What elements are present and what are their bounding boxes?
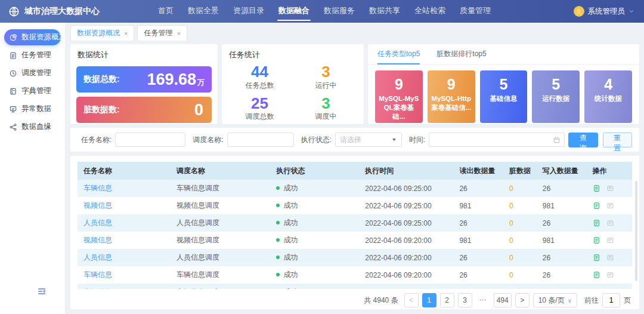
record-icon[interactable] — [606, 236, 614, 244]
schedule-name-cell: 人员信息调度 — [172, 218, 271, 228]
task-stat: 3 调度中 — [293, 95, 359, 122]
task-name-link[interactable]: 车辆信息 — [78, 287, 172, 289]
caret-down-icon: ∨ — [568, 297, 572, 304]
top5-tile-value: 9 — [428, 75, 475, 93]
top5-tile-label: 统计数据 — [584, 93, 632, 103]
page-tab[interactable]: 数据资源概况 × — [70, 25, 134, 41]
exec-time-cell: 2022-04-06 09:25:00 — [360, 184, 454, 193]
col-operation: 操作 — [588, 166, 632, 176]
nav-item-label: 数据全景 — [188, 6, 219, 15]
page-tab[interactable]: 任务管理 × — [137, 25, 187, 41]
top5-tab[interactable]: 任务类型top5 — [377, 49, 420, 64]
dirty-count-cell: 0 — [504, 202, 538, 210]
sidebar-item-label: 数据血缘 — [21, 122, 51, 132]
schedule-name-cell: 人员信息调度 — [172, 253, 271, 263]
task-name-link[interactable]: 人员信息 — [78, 253, 172, 263]
nav-item[interactable]: 数据融合 — [271, 0, 317, 23]
globe-icon — [8, 6, 20, 17]
exec-status-select[interactable]: 请选择 — [335, 133, 402, 147]
search-button[interactable]: 查询 — [568, 133, 597, 147]
log-icon[interactable] — [593, 288, 600, 289]
nav-item[interactable]: 质量管理 — [453, 0, 498, 23]
top5-tab[interactable]: 脏数据排行top5 — [436, 49, 486, 64]
page-number-button[interactable]: 3 — [458, 293, 472, 307]
tab-close-icon[interactable]: × — [124, 30, 128, 37]
nav-item-label: 全站检索 — [414, 6, 445, 15]
nav-item[interactable]: 数据服务 — [317, 0, 362, 23]
status-dot — [276, 186, 280, 190]
nav-item[interactable]: 全站检索 — [407, 0, 453, 23]
task-name-link[interactable]: 人员信息 — [78, 218, 172, 228]
log-icon[interactable] — [593, 184, 600, 192]
read-count-cell: 26 — [454, 271, 504, 279]
select-caret-icon — [391, 137, 397, 143]
app-title: 城市治理大数据中心 — [24, 6, 100, 17]
task-name-link[interactable]: 视频信息 — [78, 235, 172, 245]
nav-item[interactable]: 数据全景 — [181, 0, 226, 23]
sidebar-item[interactable]: 异常数据 — [4, 101, 61, 117]
filter-bar: 任务名称: 调度名称: 执行状态: 请选择 时间: 查询 重置 — [70, 128, 639, 152]
exec-time-cell: 2022-04-06 09:25:00 — [360, 202, 454, 210]
dirty-count-cell: 0 — [504, 236, 538, 245]
write-count-cell: 26 — [538, 184, 588, 193]
log-icon[interactable] — [593, 202, 600, 210]
nav-item[interactable]: 资源目录 — [226, 0, 271, 23]
log-icon[interactable] — [593, 271, 600, 279]
nav-item-label: 质量管理 — [460, 6, 491, 15]
tab-close-icon[interactable]: × — [177, 30, 180, 37]
prev-page-button[interactable]: < — [404, 293, 419, 307]
record-icon[interactable] — [606, 271, 614, 279]
sidebar-item[interactable]: 任务管理 — [4, 47, 61, 63]
top5-tile-label: 运行数据 — [532, 93, 580, 103]
page-number-button[interactable]: ··· — [476, 293, 490, 307]
record-icon[interactable] — [606, 202, 614, 210]
status-cell: 成功 — [271, 287, 360, 289]
top5-tile: 9 MySQL-MySQL案卷基础... — [375, 70, 423, 123]
task-stat-value: 3 — [293, 63, 359, 81]
nav-item[interactable]: 数据共享 — [362, 0, 407, 23]
reset-button[interactable]: 重置 — [603, 133, 632, 147]
task-name-link[interactable]: 视频信息 — [78, 201, 172, 211]
top5-tile: 4 统计数据 — [584, 70, 632, 123]
log-icon[interactable] — [593, 219, 600, 227]
sidebar-item[interactable]: 字典管理 — [4, 83, 61, 99]
data-stats-title: 数据统计 — [70, 44, 218, 62]
nav-item[interactable]: 首页 — [151, 0, 181, 23]
nav-item-label: 数据共享 — [369, 6, 400, 15]
sidebar-collapse-icon[interactable] — [37, 287, 47, 296]
sidebar-item[interactable]: 调度管理 — [4, 65, 61, 81]
page-tab-label: 任务管理 — [144, 28, 172, 38]
page-number-button[interactable]: 2 — [440, 293, 454, 307]
record-icon[interactable] — [606, 254, 614, 261]
task-name-input[interactable] — [115, 133, 185, 147]
read-count-cell: 26 — [454, 219, 504, 227]
dirty-count-cell: 0 — [504, 288, 538, 290]
log-icon[interactable] — [593, 236, 600, 244]
schedule-name-input[interactable] — [227, 133, 294, 147]
record-icon[interactable] — [606, 288, 614, 289]
col-task-name: 任务名称 — [78, 166, 172, 176]
stat-banner-value: 0 — [194, 102, 205, 118]
dirty-count-cell: 0 — [504, 271, 538, 279]
top5-tile-value: 9 — [375, 75, 423, 93]
sidebar-item[interactable]: 数据资源概况 — [4, 29, 61, 45]
record-icon[interactable] — [606, 219, 614, 227]
record-icon[interactable] — [606, 184, 614, 192]
task-name-link[interactable]: 车辆信息 — [78, 183, 172, 193]
page-size-select[interactable]: 10 条/页 ∨ — [533, 293, 577, 307]
top5-tile-value: 4 — [584, 75, 632, 93]
log-icon[interactable] — [593, 254, 600, 261]
time-range-input[interactable] — [429, 133, 565, 147]
goto-page-input[interactable] — [602, 293, 620, 307]
page-number-button[interactable]: 1 — [422, 293, 436, 307]
top5-tabs: 任务类型top5 脏数据排行top5 — [368, 44, 639, 65]
sidebar-item[interactable]: 数据血缘 — [4, 119, 61, 135]
next-page-button[interactable]: > — [515, 293, 530, 307]
page-number-button[interactable]: 494 — [494, 293, 512, 307]
top5-tile: 9 MySQL-Http案卷基础信... — [428, 70, 475, 123]
top5-tiles: 9 MySQL-MySQL案卷基础... 9 MySQL-Http案卷基础信..… — [375, 70, 632, 123]
write-count-cell: 26 — [538, 271, 588, 279]
task-name-link[interactable]: 车辆信息 — [78, 270, 172, 280]
table-scrollbar[interactable] — [635, 181, 637, 281]
user-menu[interactable]: 系统管理员 — [574, 6, 644, 17]
